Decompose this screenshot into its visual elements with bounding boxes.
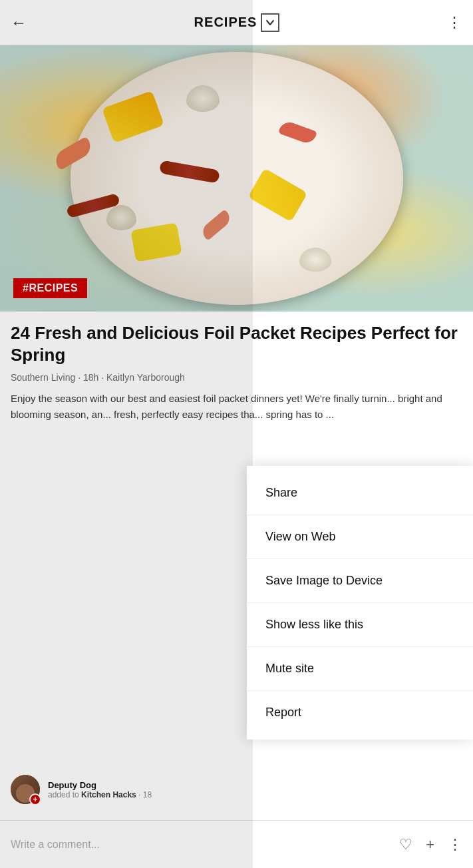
overlay-dim[interactable]: [0, 0, 253, 868]
dropdown-button[interactable]: [261, 13, 279, 32]
more-options-button[interactable]: ⋮: [447, 14, 462, 31]
context-menu-share[interactable]: Share: [247, 471, 473, 515]
context-menu: Share View on Web Save Image to Device S…: [247, 466, 473, 740]
context-menu-view-on-web[interactable]: View on Web: [247, 515, 473, 559]
food-clam-3: [299, 248, 331, 272]
context-menu-report[interactable]: Report: [247, 691, 473, 734]
context-menu-mute-site[interactable]: Mute site: [247, 647, 473, 691]
context-menu-show-less[interactable]: Show less like this: [247, 603, 473, 647]
chevron-down-icon: [265, 18, 275, 27]
more-icon[interactable]: ⋮: [448, 836, 462, 853]
bottom-action-icons: ♡ + ⋮: [399, 836, 462, 853]
plus-icon[interactable]: +: [426, 836, 434, 853]
context-menu-save-image[interactable]: Save Image to Device: [247, 559, 473, 603]
heart-icon[interactable]: ♡: [399, 836, 412, 853]
